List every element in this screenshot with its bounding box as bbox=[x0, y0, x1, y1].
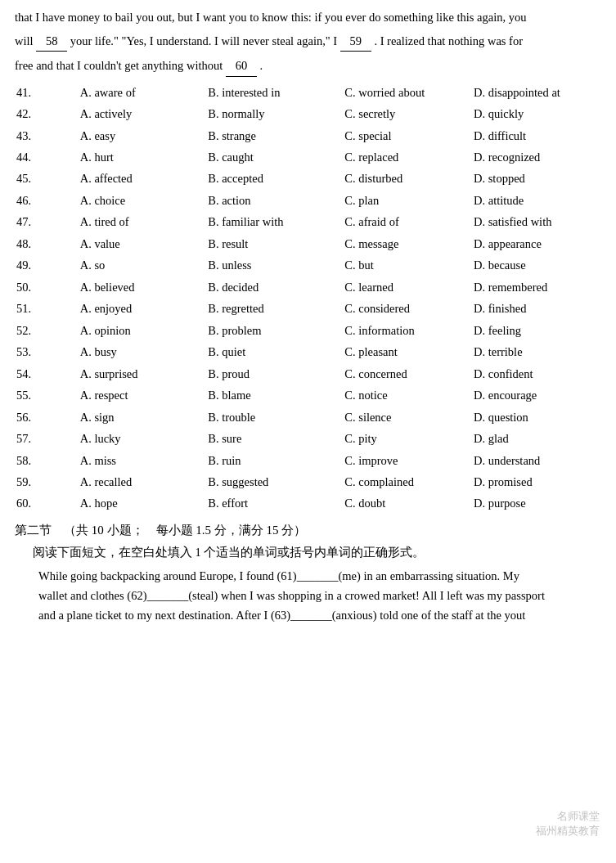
option-d: D. attitude bbox=[472, 190, 601, 211]
option-d: D. understand bbox=[472, 450, 601, 471]
question-num: 60. bbox=[15, 492, 79, 514]
option-b: B. action bbox=[206, 190, 343, 211]
option-d: D. purpose bbox=[472, 492, 601, 514]
option-a: A. miss bbox=[79, 450, 207, 471]
intro-line3-pre: free and that I couldn't get anything wi… bbox=[15, 59, 223, 72]
option-b: B. interested in bbox=[206, 82, 343, 103]
intro-line2: will 58 your life." "Yes, I understand. … bbox=[15, 32, 601, 52]
question-num: 58. bbox=[15, 450, 79, 471]
option-c: C. secretly bbox=[343, 103, 472, 124]
table-row: 56. A. sign B. trouble C. silence D. que… bbox=[15, 407, 601, 428]
table-row: 55. A. respect B. blame C. notice D. enc… bbox=[15, 384, 601, 406]
table-row: 59. A. recalled B. suggested C. complain… bbox=[15, 471, 601, 492]
option-a: A. enjoyed bbox=[79, 298, 207, 319]
table-row: 53. A. busy B. quiet C. pleasant D. terr… bbox=[15, 341, 601, 362]
intro-line2-mid: your life." "Yes, I understand. I will n… bbox=[70, 34, 337, 47]
watermark-line1: 名师课堂 bbox=[536, 809, 600, 824]
option-c: C. pleasant bbox=[343, 341, 472, 362]
option-c: C. pity bbox=[343, 428, 472, 449]
option-b: B. unless bbox=[206, 254, 343, 276]
option-b: B. familiar with bbox=[206, 211, 343, 232]
option-c: C. doubt bbox=[343, 492, 472, 514]
table-row: 44. A. hurt B. caught C. replaced D. rec… bbox=[15, 146, 601, 168]
option-c: C. learned bbox=[343, 276, 472, 298]
table-row: 54. A. surprised B. proud C. concerned D… bbox=[15, 363, 601, 384]
option-a: A. tired of bbox=[79, 211, 207, 232]
table-row: 60. A. hope B. effort C. doubt D. purpos… bbox=[15, 492, 601, 514]
table-row: 49. A. so B. unless C. but D. because bbox=[15, 254, 601, 276]
intro-line1: that I have money to bail you out, but I… bbox=[15, 8, 601, 27]
option-a: A. actively bbox=[79, 103, 207, 124]
blank-58: 58 bbox=[36, 32, 67, 52]
questions-table: 41. A. aware of B. interested in C. worr… bbox=[15, 82, 601, 515]
option-b: B. result bbox=[206, 233, 343, 254]
option-a: A. respect bbox=[79, 384, 207, 406]
option-a: A. surprised bbox=[79, 363, 207, 384]
passage-line1: While going backpacking around Europe, I… bbox=[15, 567, 601, 587]
blank-59: 59 bbox=[340, 32, 371, 52]
option-c: C. considered bbox=[343, 298, 472, 319]
question-num: 45. bbox=[15, 168, 79, 189]
option-b: B. regretted bbox=[206, 298, 343, 319]
option-a: A. busy bbox=[79, 341, 207, 362]
option-d: D. quickly bbox=[472, 103, 601, 124]
passage-line3: and a plane ticket to my next destinatio… bbox=[15, 606, 601, 626]
table-row: 45. A. affected B. accepted C. disturbed… bbox=[15, 168, 601, 189]
option-a: A. aware of bbox=[79, 82, 207, 103]
option-d: D. difficult bbox=[472, 125, 601, 146]
option-d: D. question bbox=[472, 407, 601, 428]
option-c: C. disturbed bbox=[343, 168, 472, 189]
option-a: A. affected bbox=[79, 168, 207, 189]
option-c: C. notice bbox=[343, 384, 472, 406]
option-c: C. afraid of bbox=[343, 211, 472, 232]
option-d: D. disappointed at bbox=[472, 82, 601, 103]
question-num: 57. bbox=[15, 428, 79, 449]
option-a: A. hurt bbox=[79, 146, 207, 168]
option-b: B. decided bbox=[206, 276, 343, 298]
option-c: C. complained bbox=[343, 471, 472, 492]
table-row: 46. A. choice B. action C. plan D. attit… bbox=[15, 190, 601, 211]
table-row: 50. A. believed B. decided C. learned D.… bbox=[15, 276, 601, 298]
passage-line2: wallet and clothes (62)_______(steal) wh… bbox=[15, 587, 601, 606]
option-c: C. improve bbox=[343, 450, 472, 471]
option-d: D. feeling bbox=[472, 320, 601, 341]
option-b: B. suggested bbox=[206, 471, 343, 492]
question-num: 42. bbox=[15, 103, 79, 124]
option-c: C. information bbox=[343, 320, 472, 341]
question-num: 47. bbox=[15, 211, 79, 232]
option-d: D. remembered bbox=[472, 276, 601, 298]
blank-60: 60 bbox=[226, 56, 257, 76]
option-b: B. blame bbox=[206, 384, 343, 406]
intro-line2-post: . I realized that nothing was for bbox=[374, 34, 523, 47]
option-a: A. choice bbox=[79, 190, 207, 211]
question-num: 55. bbox=[15, 384, 79, 406]
option-d: D. terrible bbox=[472, 341, 601, 362]
option-d: D. stopped bbox=[472, 168, 601, 189]
option-b: B. problem bbox=[206, 320, 343, 341]
option-d: D. recognized bbox=[472, 146, 601, 168]
option-d: D. glad bbox=[472, 428, 601, 449]
option-d: D. promised bbox=[472, 471, 601, 492]
table-row: 58. A. miss B. ruin C. improve D. unders… bbox=[15, 450, 601, 471]
table-row: 47. A. tired of B. familiar with C. afra… bbox=[15, 211, 601, 232]
option-c: C. plan bbox=[343, 190, 472, 211]
option-b: B. sure bbox=[206, 428, 343, 449]
question-num: 43. bbox=[15, 125, 79, 146]
table-row: 42. A. actively B. normally C. secretly … bbox=[15, 103, 601, 124]
option-c: C. silence bbox=[343, 407, 472, 428]
table-row: 52. A. opinion B. problem C. information… bbox=[15, 320, 601, 341]
option-a: A. lucky bbox=[79, 428, 207, 449]
question-num: 48. bbox=[15, 233, 79, 254]
table-row: 51. A. enjoyed B. regretted C. considere… bbox=[15, 298, 601, 319]
option-c: C. special bbox=[343, 125, 472, 146]
table-row: 41. A. aware of B. interested in C. worr… bbox=[15, 82, 601, 103]
option-a: A. so bbox=[79, 254, 207, 276]
question-num: 44. bbox=[15, 146, 79, 168]
watermark-line2: 福州精英教育 bbox=[536, 824, 600, 838]
option-b: B. quiet bbox=[206, 341, 343, 362]
table-row: 43. A. easy B. strange C. special D. dif… bbox=[15, 125, 601, 146]
question-num: 49. bbox=[15, 254, 79, 276]
table-row: 57. A. lucky B. sure C. pity D. glad bbox=[15, 428, 601, 449]
option-a: A. easy bbox=[79, 125, 207, 146]
option-b: B. accepted bbox=[206, 168, 343, 189]
